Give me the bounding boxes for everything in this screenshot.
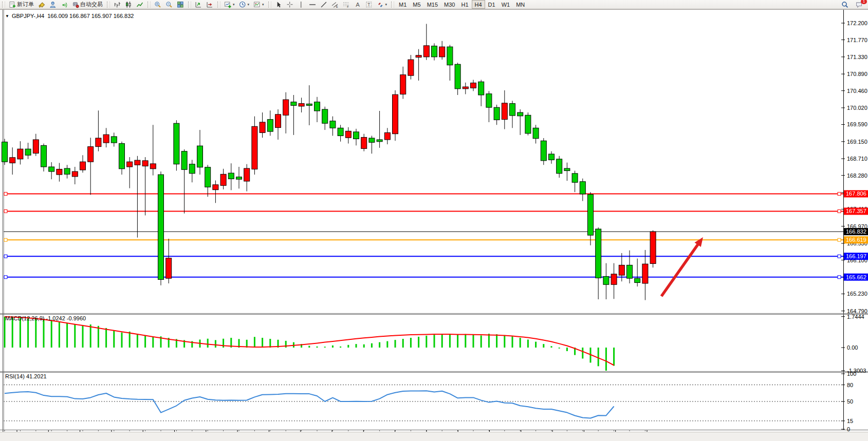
candle-body [103, 135, 109, 143]
rsi-tick-label: 15 [847, 418, 853, 424]
svg-text:T: T [367, 2, 370, 7]
hline-handle[interactable] [838, 238, 841, 241]
bar-chart-button[interactable] [112, 0, 123, 9]
hline-166.197[interactable] [4, 255, 843, 258]
tile-windows-button[interactable] [175, 0, 186, 9]
arrows-dropdown-caret-icon[interactable]: ▾ [385, 3, 387, 7]
periods-clock-icon [239, 1, 246, 8]
bucket-icon [38, 1, 45, 8]
auto-trading-button[interactable]: 自动交易 [70, 0, 105, 9]
price-tick-label: 169.150 [847, 139, 867, 145]
chart-shift-button[interactable] [204, 0, 215, 9]
hline-handle[interactable] [838, 255, 841, 258]
timeframe-h1[interactable]: H1 [458, 0, 471, 9]
hline-handle[interactable] [838, 192, 841, 195]
text-label-button[interactable]: T [363, 0, 375, 9]
zoom-in-icon [154, 1, 161, 8]
new-chart-icon [224, 1, 231, 8]
rsi-line [5, 391, 614, 418]
chart-area[interactable]: 172.200171.770171.330170.890170.460170.0… [0, 9, 868, 441]
candle-body [322, 109, 328, 123]
candle-body [354, 132, 359, 139]
arrows-tool-icon [377, 1, 384, 8]
candle-body [135, 160, 140, 165]
hline-handle[interactable] [838, 276, 841, 279]
timeframe-m15[interactable]: M15 [424, 0, 441, 9]
candle-body [486, 94, 492, 107]
candle-body [41, 145, 47, 167]
new-chart-dropdown[interactable]: ▾ [222, 0, 237, 9]
timeframe-m5[interactable]: M5 [410, 0, 423, 9]
rsi-tick-label: 100 [847, 371, 856, 377]
hline-handle[interactable] [4, 255, 7, 258]
periods-dropdown-caret-icon[interactable]: ▾ [248, 3, 250, 7]
timeframe-d1[interactable]: D1 [485, 0, 498, 9]
price-tick-label: 170.460 [847, 88, 867, 94]
cursor-button[interactable] [273, 0, 284, 9]
price-line-label: 166.197 [846, 253, 866, 259]
hline-handle[interactable] [4, 209, 7, 213]
candle-body [502, 103, 507, 120]
hline-166.619[interactable] [4, 238, 843, 241]
signals-button[interactable] [59, 0, 70, 9]
timeframe-m1-label: M1 [399, 2, 407, 8]
candle-body [338, 128, 343, 136]
timeframe-w1[interactable]: W1 [498, 0, 513, 9]
candle-body [158, 175, 164, 279]
candlestick-chart-button[interactable] [123, 0, 134, 9]
line-chart-button[interactable] [134, 0, 145, 9]
timeframe-mn[interactable]: MN [513, 0, 528, 9]
profile-icon [49, 1, 57, 8]
styler-button[interactable] [36, 0, 47, 9]
trend-arrow[interactable] [661, 237, 703, 296]
trendline-button[interactable] [318, 0, 329, 9]
candle-body [315, 102, 320, 111]
hline-167.806[interactable] [4, 192, 843, 195]
price-axis[interactable]: 172.200171.770171.330170.890170.460170.0… [841, 20, 867, 432]
hline-handle[interactable] [4, 238, 7, 241]
toolbar-separator [107, 2, 110, 8]
periods-dropdown[interactable]: ▾ [237, 0, 252, 9]
price-tick-label: 165.230 [847, 291, 867, 297]
vertical-line-button[interactable] [296, 0, 307, 9]
hline-167.357[interactable] [4, 209, 843, 213]
hline-handle[interactable] [838, 209, 841, 213]
hline-handle[interactable] [4, 276, 7, 279]
chart-shift-icon [206, 1, 213, 8]
chart-canvas[interactable]: 172.200171.770171.330170.890170.460170.0… [0, 0, 868, 441]
auto-scroll-button[interactable] [193, 0, 204, 9]
chat-button[interactable]: 1 [854, 0, 865, 9]
horizontal-lines[interactable] [4, 192, 843, 278]
arrows-dropdown[interactable]: ▾ [375, 0, 390, 9]
hline-165.662[interactable] [4, 276, 843, 279]
timeframe-m1[interactable]: M1 [396, 0, 410, 9]
candle-body [80, 162, 86, 170]
new-chart-dropdown-caret-icon[interactable]: ▾ [233, 3, 235, 7]
new-order-button-label: 新订单 [17, 1, 34, 8]
zoom-in-button[interactable] [152, 0, 163, 9]
equidistant-channel-button[interactable]: E [329, 0, 341, 9]
templates-dropdown-caret-icon[interactable]: ▾ [262, 3, 264, 7]
candle-body [369, 138, 375, 142]
crosshair-button[interactable] [284, 0, 296, 9]
community-button[interactable] [47, 0, 59, 9]
new-order-button[interactable]: 新订单 [7, 0, 36, 9]
hline-handle[interactable] [4, 192, 7, 195]
price-tick-label: 172.200 [847, 20, 867, 26]
timeframe-h4[interactable]: H4 [472, 0, 485, 9]
text-button[interactable]: A [352, 0, 363, 9]
price-tick-label: 171.330 [847, 54, 867, 60]
candle-body [181, 151, 187, 170]
timeframe-h1-label: H1 [461, 2, 468, 8]
search-button[interactable] [839, 0, 851, 9]
zoom-out-button[interactable] [163, 0, 175, 9]
horizontal-line-button[interactable] [307, 0, 318, 9]
templates-dropdown[interactable]: ▾ [251, 0, 266, 9]
chart-dropdown-icon[interactable]: ▼ [5, 14, 9, 18]
candle-body [17, 149, 23, 159]
timeframe-m30[interactable]: M30 [441, 0, 458, 9]
fibonacci-icon: F [343, 1, 350, 8]
trendline-icon [320, 1, 327, 8]
candle-body [150, 164, 156, 169]
fibonacci-button[interactable]: F [341, 0, 352, 9]
